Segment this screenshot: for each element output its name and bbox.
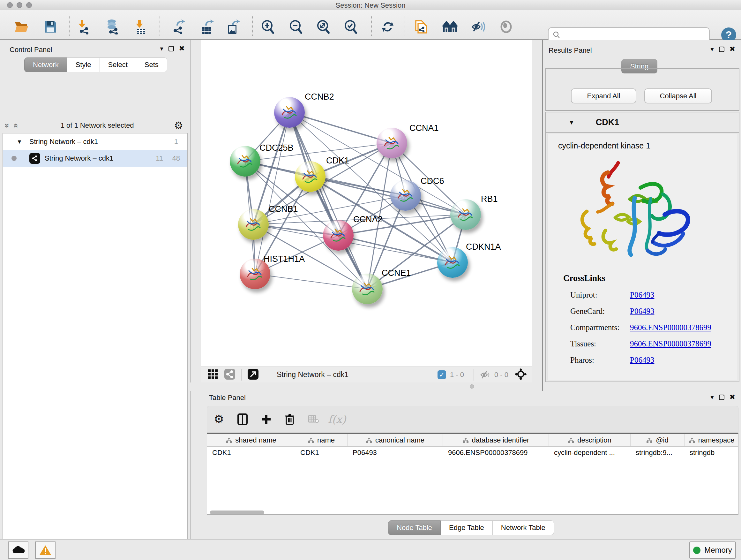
tab-node-table[interactable]: Node Table <box>388 520 441 535</box>
panel-float-icon[interactable]: ▾ <box>711 393 714 401</box>
node-label-CCNB2: CCNB2 <box>305 92 334 102</box>
collection-label: String Network – cdk1 <box>29 138 98 146</box>
crosslink-link[interactable]: P06493 <box>630 291 654 300</box>
show-graphics-details-button[interactable] <box>497 18 515 36</box>
export-network-button[interactable] <box>170 18 188 36</box>
expand-all-networks-icon[interactable]: « <box>11 121 21 130</box>
import-network-file-button[interactable] <box>75 18 92 36</box>
save-session-button[interactable] <box>42 18 59 36</box>
birds-eye-toggle-button[interactable] <box>515 368 527 381</box>
network-node-CDC25B[interactable] <box>230 146 260 177</box>
import-table-button[interactable] <box>131 18 149 36</box>
export-image-button[interactable] <box>224 18 242 36</box>
network-edge[interactable] <box>338 235 453 262</box>
tab-network-table[interactable]: Network Table <box>493 520 554 535</box>
collapse-all-networks-icon[interactable]: » <box>2 121 12 130</box>
table-cell[interactable]: CDK1 <box>207 447 295 459</box>
network-edge[interactable] <box>289 112 392 143</box>
crosslink-link[interactable]: 9606.ENSP00000378699 <box>630 339 711 348</box>
column-header-name[interactable]: name <box>295 434 347 446</box>
warning-button[interactable] <box>35 542 56 559</box>
panel-maximize-icon[interactable] <box>719 395 724 400</box>
network-collection-row[interactable]: ▼ String Network – cdk1 1 <box>3 133 187 150</box>
tab-sets[interactable]: Sets <box>136 57 167 72</box>
expand-all-button[interactable]: Expand All <box>571 88 636 104</box>
detach-view-button[interactable] <box>247 368 259 381</box>
zoom-fit-button[interactable] <box>315 18 333 36</box>
column-header-description[interactable]: description <box>549 434 630 446</box>
network-node-CCNA2[interactable] <box>323 220 354 251</box>
network-node-CCNB1[interactable] <box>238 209 269 240</box>
panel-float-icon[interactable]: ▾ <box>160 45 163 52</box>
hide-selected-button[interactable] <box>469 18 487 36</box>
network-edge[interactable] <box>255 112 289 274</box>
table-cell[interactable]: stringdb <box>684 447 738 459</box>
panel-close-icon[interactable]: ✖ <box>730 393 735 401</box>
birds-eye-view-button[interactable] <box>441 18 459 36</box>
tab-network[interactable]: Network <box>24 57 67 72</box>
zoom-out-button[interactable] <box>287 18 305 36</box>
network-node-CDK1[interactable] <box>295 161 326 192</box>
import-network-database-button[interactable] <box>104 18 121 36</box>
crosslink-link[interactable]: P06493 <box>630 356 654 365</box>
table-cell[interactable]: stringdb:9... <box>630 447 684 459</box>
column-header-shared-name[interactable]: shared name <box>207 434 295 446</box>
network-node-CCNA1[interactable] <box>377 128 407 159</box>
network-node-CDKN1A[interactable] <box>437 247 468 278</box>
tab-edge-table[interactable]: Edge Table <box>441 520 493 535</box>
new-network-from-selection-button[interactable] <box>412 18 430 36</box>
column-header-@id[interactable]: @id <box>630 434 684 446</box>
panel-maximize-icon[interactable] <box>719 47 724 52</box>
tab-select[interactable]: Select <box>100 57 136 72</box>
tab-style[interactable]: Style <box>67 57 100 72</box>
scrollbar-thumb[interactable] <box>210 510 264 514</box>
panel-close-icon[interactable]: ✖ <box>179 44 185 53</box>
panel-close-icon[interactable]: ✖ <box>730 45 735 53</box>
network-list-options-gear-icon[interactable]: ⚙ <box>174 119 183 132</box>
collapse-all-button[interactable]: Collapse All <box>644 88 712 104</box>
grid-view-button[interactable] <box>207 369 218 381</box>
network-canvas[interactable]: CCNB2CCNA1CDC25BCDK1CDC6RB1CCNB1CCNA2CDK… <box>201 40 532 367</box>
table-cell[interactable]: P06493 <box>347 447 443 459</box>
panel-float-icon[interactable]: ▾ <box>711 45 714 53</box>
add-column-button[interactable] <box>254 414 278 425</box>
selected-checkbox-icon[interactable]: ✓ <box>437 370 446 379</box>
control-panel-splitter[interactable] <box>191 40 201 539</box>
delete-column-button[interactable] <box>278 414 301 425</box>
network-node-CCNB2[interactable] <box>274 97 305 128</box>
table-cell[interactable]: cyclin-dependent ... <box>549 447 630 459</box>
column-header-database-identifier[interactable]: database identifier <box>443 434 549 446</box>
main-toolbar: ? <box>0 10 741 40</box>
collection-expand-icon[interactable]: ▼ <box>17 138 22 145</box>
zoom-selected-button[interactable] <box>342 18 360 36</box>
network-edge[interactable] <box>255 274 367 289</box>
apply-layout-button[interactable] <box>379 18 397 36</box>
crosslink-link[interactable]: 9606.ENSP00000378699 <box>630 323 711 332</box>
protein-name: CDK1 <box>596 118 619 127</box>
export-table-button[interactable] <box>198 18 216 36</box>
network-node-RB1[interactable] <box>450 199 481 230</box>
zoom-in-button[interactable] <box>259 18 277 36</box>
network-node-CDC6[interactable] <box>390 180 421 211</box>
node-label-CCNE1: CCNE1 <box>382 268 411 278</box>
network-node-CCNE1[interactable] <box>352 273 383 304</box>
protein-expand-icon[interactable]: ▼ <box>568 119 575 126</box>
network-row-selected[interactable]: String Network – cdk1 11 48 <box>3 150 187 167</box>
panel-maximize-icon[interactable] <box>169 46 174 51</box>
table-row[interactable]: CDK1CDK1P064939606.ENSP00000378699cyclin… <box>207 447 738 459</box>
search-input[interactable] <box>564 30 709 39</box>
table-settings-gear-icon[interactable]: ⚙ <box>207 413 231 426</box>
table-cell[interactable]: 9606.ENSP00000378699 <box>443 447 549 459</box>
column-header-canonical-name[interactable]: canonical name <box>347 434 443 446</box>
single-view-button[interactable] <box>224 368 235 381</box>
table-cell[interactable]: CDK1 <box>295 447 347 459</box>
protein-header-row[interactable]: ▼ CDK1 <box>546 112 739 133</box>
splitter-grip[interactable] <box>470 384 474 388</box>
toggle-column-button[interactable] <box>231 414 254 425</box>
open-session-button[interactable] <box>13 18 30 36</box>
memory-button[interactable]: Memory <box>689 542 736 559</box>
column-header-namespace[interactable]: namespace <box>684 434 738 446</box>
table-horizontal-scrollbar[interactable] <box>207 510 738 515</box>
cloud-status-button[interactable] <box>8 542 28 559</box>
crosslink-link[interactable]: P06493 <box>630 307 654 316</box>
